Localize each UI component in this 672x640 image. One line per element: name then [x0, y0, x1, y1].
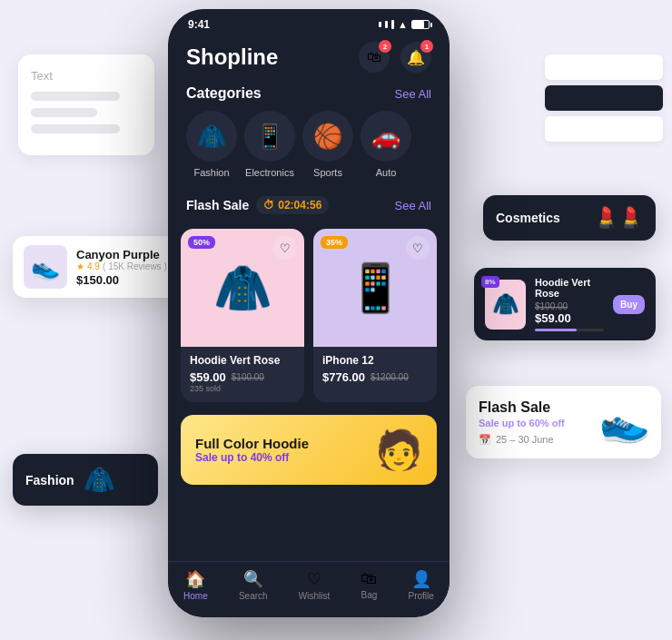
- sidebar-line-2: [545, 85, 663, 111]
- wishlist-icon: ♡: [307, 569, 321, 589]
- category-auto[interactable]: 🚗 Auto: [361, 111, 411, 178]
- nav-home-label: Home: [183, 591, 208, 601]
- calendar-icon: 📅: [479, 434, 491, 446]
- nav-home[interactable]: 🏠 Home: [183, 569, 208, 601]
- hoodie-small-badge: 8%: [481, 276, 499, 288]
- nav-wishlist[interactable]: ♡ Wishlist: [299, 569, 330, 601]
- hoodie-info: Hoodie Vert Rose $59.00 $100.00 235 sold: [181, 347, 304, 402]
- hoodie-name: Hoodie Vert Rose: [190, 354, 295, 367]
- fashion-card: Fashion 🧥: [13, 454, 158, 506]
- product-hoodie[interactable]: 50% ♡ 🧥 Hoodie Vert Rose $59.00 $100.00 …: [181, 229, 304, 402]
- cosmetics-card: Cosmetics 💄💄: [483, 195, 656, 241]
- placeholder-line-3: [31, 124, 120, 133]
- iphone-badge: 35%: [321, 236, 348, 249]
- review-count: (: [103, 261, 105, 271]
- flash-sale-left: Flash Sale ⏱ 02:04:56: [186, 196, 329, 214]
- nav-wishlist-label: Wishlist: [299, 591, 330, 601]
- flash-card-title: Flash Sale: [479, 399, 588, 416]
- hoodie-wishlist-btn[interactable]: ♡: [273, 236, 297, 260]
- hoodie-price-row: $59.00 $100.00: [190, 370, 295, 384]
- cart-button[interactable]: 🛍 2: [359, 42, 390, 73]
- sidebar-line-1: [545, 54, 663, 80]
- electronics-label: Electronics: [245, 167, 294, 178]
- placeholder-text: Text: [31, 69, 142, 83]
- products-grid: 50% ♡ 🧥 Hoodie Vert Rose $59.00 $100.00 …: [168, 222, 450, 409]
- hoodie-price-old: $100.00: [232, 372, 264, 382]
- hoodie-sold: 235 sold: [190, 384, 295, 393]
- categories-see-all[interactable]: See All: [395, 87, 431, 101]
- hoodie-small-info: Hoodie Vert Rose $100.00 $59.00: [535, 277, 604, 331]
- clock-icon: ⏱: [263, 199, 274, 212]
- iphone-price-row: $776.00 $1200.00: [322, 370, 428, 384]
- signal-bar-1: [379, 22, 381, 27]
- notification-button[interactable]: 🔔 1: [400, 42, 431, 73]
- sneaker-image: 👟: [24, 245, 67, 289]
- flash-timer: ⏱ 02:04:56: [256, 196, 329, 214]
- nav-bag[interactable]: 🛍 Bag: [361, 569, 377, 601]
- hoodie-small-price-new: $59.00: [535, 311, 604, 325]
- flash-card-subtitle: Sale up to 60% off: [479, 418, 588, 428]
- header-icons: 🛍 2 🔔 1: [359, 42, 431, 73]
- star-icon: ★: [76, 261, 84, 271]
- iphone-price: $776.00: [322, 370, 365, 384]
- signal-bar-3: [391, 20, 394, 29]
- flash-card-date: 📅 25 – 30 June: [479, 434, 588, 446]
- right-sidebar-cards: [545, 54, 663, 147]
- category-electronics[interactable]: 📱 Electronics: [244, 111, 295, 178]
- nav-profile[interactable]: 👤 Profile: [409, 569, 434, 601]
- electronics-icon: 📱: [244, 111, 295, 162]
- search-icon: 🔍: [243, 569, 263, 589]
- placeholder-line-2: [31, 108, 97, 117]
- battery-fill: [412, 21, 424, 28]
- iphone-name: iPhone 12: [322, 354, 428, 367]
- iphone-wishlist-btn[interactable]: ♡: [406, 236, 430, 260]
- status-time: 9:41: [188, 18, 210, 31]
- category-sports[interactable]: 🏀 Sports: [302, 111, 353, 178]
- profile-icon: 👤: [411, 569, 431, 589]
- nav-search[interactable]: 🔍 Search: [239, 569, 268, 601]
- bottom-nav: 🏠 Home 🔍 Search ♡ Wishlist 🛍 Bag 👤 Profi…: [168, 561, 450, 617]
- hoodie-price: $59.00: [190, 370, 226, 384]
- flash-sale-see-all[interactable]: See All: [395, 199, 431, 212]
- category-fashion[interactable]: 🧥 Fashion: [186, 111, 237, 178]
- bag-icon: 🛍: [361, 569, 377, 588]
- home-icon: 🏠: [185, 569, 205, 589]
- categories-section-header: Categories See All: [168, 82, 450, 111]
- flash-card-text: Flash Sale Sale up to 60% off 📅 25 – 30 …: [479, 399, 588, 446]
- promo-banner[interactable]: Full Color Hoodie Sale up to 40% off 🧑: [181, 415, 437, 485]
- nav-profile-label: Profile: [409, 591, 434, 601]
- banner-text: Full Color Hoodie Sale up to 40% off: [195, 436, 375, 464]
- reviews-text: 15K Reviews: [108, 261, 161, 271]
- cosmetics-icon: 💄💄: [594, 206, 643, 230]
- hoodie-small-card: 🧥 8% Hoodie Vert Rose $100.00 $59.00 Buy: [474, 268, 656, 340]
- hoodie-progress-bar: [535, 329, 604, 331]
- flash-sale-bar: Flash Sale ⏱ 02:04:56 See All: [168, 189, 450, 222]
- flash-sale-label: Flash Sale: [186, 198, 249, 212]
- banner-subtitle: Sale up to 40% off: [195, 451, 375, 464]
- sports-label: Sports: [313, 167, 342, 178]
- sneaker-name: Canyon Purple: [76, 248, 167, 261]
- sidebar-line-3: [545, 116, 663, 142]
- rating-value: 4.9: [87, 261, 100, 271]
- categories-title: Categories: [186, 85, 262, 102]
- product-iphone[interactable]: 35% ♡ 📱 iPhone 12 $776.00 $1200.00: [313, 229, 437, 402]
- sneaker-rating: ★ 4.9 (15K Reviews): [76, 261, 167, 271]
- wifi-icon: ▲: [398, 19, 408, 30]
- banner-person-icon: 🧑: [375, 428, 422, 472]
- fashion-card-icon: 🧥: [84, 465, 115, 495]
- signal-bar-2: [385, 21, 388, 28]
- hoodie-buy-button[interactable]: Buy: [613, 295, 645, 314]
- flash-sale-card: Flash Sale Sale up to 60% off 📅 25 – 30 …: [466, 386, 661, 458]
- categories-row: 🧥 Fashion 📱 Electronics 🏀 Sports 🚗 Auto: [168, 111, 450, 189]
- app-title: Shopline: [186, 44, 278, 70]
- cosmetics-label: Cosmetics: [496, 211, 560, 225]
- nav-bag-label: Bag: [361, 590, 377, 600]
- sneaker-price: $150.00: [76, 273, 167, 287]
- sports-icon: 🏀: [302, 111, 353, 162]
- hoodie-progress-fill: [535, 329, 577, 331]
- date-value: 25 – 30 June: [496, 434, 554, 445]
- iphone-price-old: $1200.00: [371, 372, 409, 382]
- banner-title: Full Color Hoodie: [195, 436, 375, 451]
- sneaker-info: Canyon Purple ★ 4.9 (15K Reviews) $150.0…: [76, 248, 167, 287]
- auto-label: Auto: [376, 167, 397, 178]
